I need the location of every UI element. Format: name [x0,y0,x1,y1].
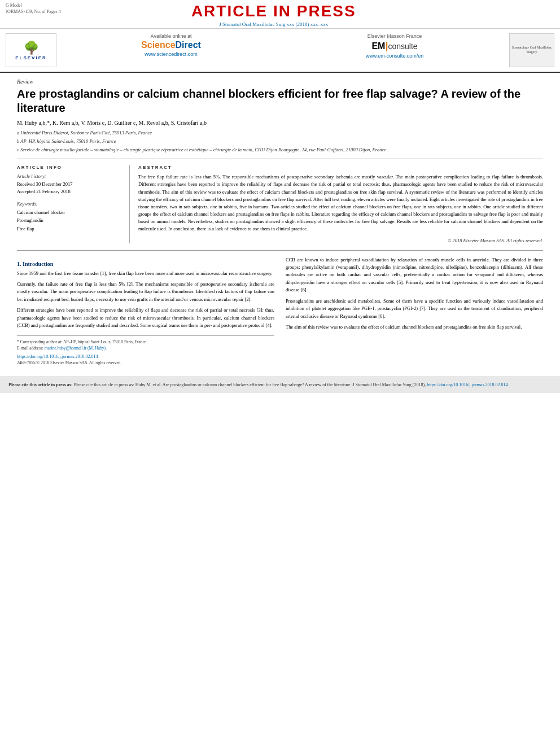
main-content: Review Are prostaglandins or calcium cha… [0,73,560,371]
elsevier-masson-text: Elsevier Masson France [286,33,504,39]
intro-para-aim: The aim of this review was to evaluate t… [286,324,543,331]
section-divider [17,250,543,251]
affiliation-a: a Université Paris Diderot, Sorbonne Par… [17,129,543,137]
journal-thumbnail: Stomatology Oral Maxillofac Surgery [509,33,554,67]
article-title: Are prostaglandins or calcium channel bl… [17,87,543,115]
email-value[interactable]: marine.huby@hotmail.fr (M. Huby). [45,346,107,351]
intro-para-2: Currently, the failure rate of free flap… [17,281,274,303]
page: G Model JORMAS-159; No. of Pages 4 ARTIC… [0,0,560,747]
intro-para-prostaglandins: Prostaglandins are arachidonic acid meta… [286,298,543,320]
keywords-list: Calcium channel blocker Prostaglandin Fr… [17,208,123,233]
journal-reference: J Stomatol Oral Maxillofac Surg xxx (201… [61,21,487,27]
jormas-code: JORMAS-159; No. of Pages 4 [6,8,61,15]
article-in-press-banner: ARTICLE IN PRESS J Stomatol Oral Maxillo… [61,2,487,27]
body-col-left: 1. Introduction Since 1959 and the first… [17,256,274,365]
top-banner: G Model JORMAS-159; No. of Pages 4 ARTIC… [0,0,560,29]
issn-line: 2468-7855/© 2018 Elsevier Masson SAS. Al… [17,360,274,365]
history-label: Article history: [17,173,123,179]
article-info-col: ARTICLE INFO Article history: Received 3… [17,165,130,243]
abstract-text: The free flap failure rate is less than … [138,173,543,233]
keyword-3: Free flap [17,225,123,233]
direct-part: Direct [176,40,201,50]
intro-para-1: Since 1959 and the first free tissue tra… [17,270,274,277]
body-text-section: 1. Introduction Since 1959 and the first… [17,256,543,365]
affiliation-b: b AP–HP, hôpital Saint-Louis, 75010 Pari… [17,138,543,145]
intro-heading: 1. Introduction [17,261,274,267]
journal-code-area: G Model JORMAS-159; No. of Pages 4 [6,2,61,15]
intro-para-ccb: CCB are known to induce peripheral vasod… [286,256,543,294]
affiliations-block: a Université Paris Diderot, Sorbonne Par… [17,129,543,153]
citation-doi[interactable]: https://doi.org/10.1016/j.jormas.2018.02… [427,382,508,387]
sciencedirect-area: Available online at ScienceDirect www.sc… [62,33,280,67]
intro-para-3: Different strategies have been reported … [17,307,274,329]
doi-line[interactable]: https://doi.org/10.1016/j.jormas.2018.02… [17,354,274,359]
received-date: Received 30 December 2017 [17,181,123,188]
citation-bar: Please cite this article in press as: Pl… [0,377,560,393]
accepted-date: Accepted 21 February 2018 [17,188,123,195]
elsevier-logo-box: 🌳 ELSEVIER [6,33,56,67]
footnote-area: * Corresponding author at: AP–HP, hôpita… [17,335,274,352]
em-text: EM [371,41,385,51]
copyright-line: © 2018 Elsevier Masson SAS. All rights r… [138,238,543,243]
body-col-right: CCB are known to induce peripheral vasod… [286,256,543,365]
email-footnote: E-mail address: marine.huby@hotmail.fr (… [17,345,274,351]
g-model-label: G Model [6,2,61,8]
elsevier-tree-icon: 🌳 [24,41,39,55]
citation-label: Please cite this article in press as: [8,382,74,387]
em-url[interactable]: www.em-consulte.com/en [286,53,504,59]
keyword-2: Prostaglandin [17,216,123,224]
article-info-title: ARTICLE INFO [17,165,123,170]
em-consulte-logo: EM|consulte [286,40,504,52]
article-in-press-text: ARTICLE IN PRESS [61,2,487,20]
abstract-col: ABSTRACT The free flap failure rate is l… [138,165,543,243]
elsevier-label: ELSEVIER [15,55,47,60]
sciencedirect-logo: ScienceDirect [62,40,280,50]
em-consulte-area: Elsevier Masson France EM|consulte www.e… [286,33,504,67]
consulte-text: consulte [388,42,417,51]
header-logos-row: 🌳 ELSEVIER Available online at ScienceDi… [0,29,560,73]
authors-line: M. Huby a,b,*, K. Rem a,b, V. Moris c, D… [17,120,543,126]
citation-text: Please cite this article in press as: Hu… [74,382,426,387]
info-abstract-section: ARTICLE INFO Article history: Received 3… [17,159,543,243]
abstract-title: ABSTRACT [138,165,543,170]
keyword-1: Calcium channel blocker [17,208,123,216]
sciencedirect-url[interactable]: www.sciencedirect.com [62,51,280,57]
keywords-label: Keywords: [17,201,123,207]
section-label: Review [17,78,543,85]
thumb-text: Stomatology Oral Maxillofac Surgery [510,44,554,56]
science-part: Science [141,40,175,50]
email-label: E-mail address: [17,346,43,351]
available-online-text: Available online at [62,33,280,39]
affiliation-c: c Service de chirurgie maxillo-faciale –… [17,146,543,154]
corresponding-footnote: * Corresponding author at: AP–HP, hôpita… [17,339,274,345]
